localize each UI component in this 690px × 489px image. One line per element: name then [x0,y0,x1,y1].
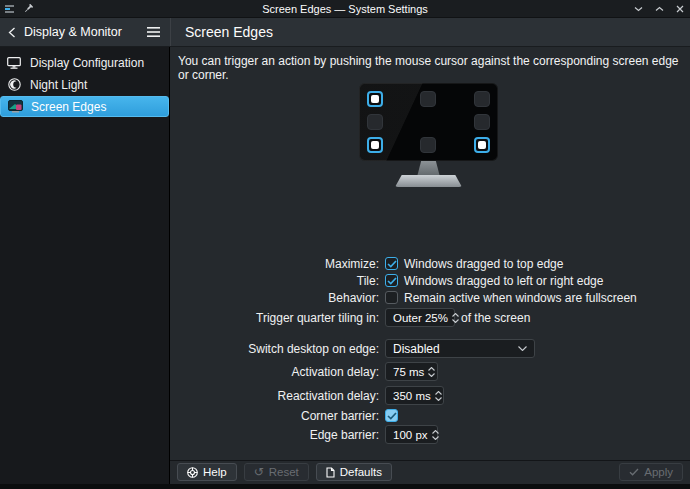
monitor-screen [359,83,498,161]
switch-desktop-label: Switch desktop on edge: [170,342,385,356]
app-menu-icon[interactable] [5,2,15,16]
hamburger-menu-icon[interactable] [147,27,160,37]
monitor-graphic [359,83,498,189]
quarter-tiling-row: Trigger quarter tiling in: Outer 25% of … [170,308,690,327]
minimize-icon[interactable] [634,6,643,12]
screen-edge-top-center[interactable] [420,91,436,107]
behavior-label: Behavior: [170,291,385,305]
tile-checkbox-label[interactable]: Windows dragged to left or right edge [404,274,603,288]
help-icon [187,467,198,478]
reset-button[interactable]: ↺ Reset [244,463,309,481]
defaults-icon [326,467,335,478]
reactivation-delay-row: Reactivation delay: 350 ms [170,386,690,405]
sidebar-item-label: Display Configuration [30,56,144,70]
reset-icon: ↺ [254,466,264,478]
spin-up-icon[interactable] [432,430,439,434]
behavior-checkbox[interactable] [385,291,398,304]
screen-edge-bottom-left[interactable] [367,137,383,153]
window-title: Screen Edges — System Settings [0,3,690,15]
description-text: You can trigger an action by pushing the… [178,54,690,82]
night-light-icon [6,77,22,93]
screen-edge-middle-right[interactable] [474,114,490,130]
sidebar-item-display-configuration[interactable]: Display Configuration [0,52,169,73]
reset-button-label: Reset [269,466,299,478]
edge-barrier-value: 100 px [386,429,432,441]
help-button[interactable]: Help [177,463,237,481]
behavior-row: Behavior: Remain active when windows are… [170,288,690,307]
defaults-button-label: Defaults [340,466,382,478]
tile-label: Tile: [170,274,385,288]
reactivation-delay-spinbox[interactable]: 350 ms [385,386,444,405]
pin-icon[interactable] [24,2,33,16]
sidebar-item-night-light[interactable]: Night Light [0,74,169,95]
switch-desktop-value: Disabled [386,342,440,356]
sidebar-item-screen-edges[interactable]: Screen Edges [0,96,169,117]
screen-edge-bottom-center[interactable] [420,137,436,153]
apply-button-label: Apply [644,466,673,478]
chevron-down-icon [518,346,534,351]
maximize-checkbox-label[interactable]: Windows dragged to top edge [404,257,563,271]
monitor-stand-base [395,175,462,187]
corner-barrier-row: Corner barrier: [170,406,690,425]
reactivation-delay-value: 350 ms [386,390,435,402]
screen-edge-bottom-right[interactable] [474,137,490,153]
footer-bar: Help ↺ Reset Defaults Apply [170,460,690,483]
maximize-checkbox[interactable] [385,257,398,270]
screen-edge-top-right[interactable] [474,91,490,107]
quarter-tiling-label: Trigger quarter tiling in: [170,311,385,325]
activation-delay-spinbox[interactable]: 75 ms [385,362,438,381]
switch-desktop-row: Switch desktop on edge: Disabled [170,339,690,358]
monitor-icon [6,55,22,71]
spin-down-icon[interactable] [432,436,439,440]
screen-edge-middle-left[interactable] [367,114,383,130]
header: Display & Monitor Screen Edges [0,18,690,47]
sidebar-item-label: Night Light [30,78,87,92]
monitor-stand-neck [417,161,440,177]
breadcrumb[interactable]: Display & Monitor [24,25,122,39]
spin-down-icon[interactable] [452,319,459,323]
switch-desktop-dropdown[interactable]: Disabled [385,339,535,358]
corner-barrier-checkbox[interactable] [385,409,398,422]
screen-edges-icon [7,99,23,115]
back-button[interactable] [8,27,16,38]
maximize-icon[interactable] [655,6,664,12]
titlebar: Screen Edges — System Settings [0,0,690,18]
quarter-tiling-spinbox[interactable]: Outer 25% [385,308,455,327]
edge-barrier-spinbox[interactable]: 100 px [385,425,438,444]
edge-barrier-label: Edge barrier: [170,428,385,442]
activation-delay-row: Activation delay: 75 ms [170,362,690,381]
close-icon[interactable] [676,5,684,13]
edge-barrier-row: Edge barrier: 100 px [170,425,690,444]
apply-button[interactable]: Apply [619,463,683,481]
defaults-button[interactable]: Defaults [316,463,392,481]
activation-delay-label: Activation delay: [170,365,385,379]
screen-edge-top-left[interactable] [367,91,383,107]
help-button-label: Help [203,466,227,478]
spin-up-icon[interactable] [435,391,442,395]
page-title: Screen Edges [171,18,273,46]
corner-barrier-label: Corner barrier: [170,409,385,423]
activation-delay-value: 75 ms [386,366,428,378]
apply-check-icon [629,468,639,476]
system-settings-window: Screen Edges — System Settings Display &… [0,0,690,489]
content-area: You can trigger an action by pushing the… [170,47,690,489]
maximize-label: Maximize: [170,257,385,271]
spin-down-icon[interactable] [435,397,442,401]
behavior-checkbox-label[interactable]: Remain active when windows are fullscree… [404,291,637,305]
tile-checkbox[interactable] [385,274,398,287]
quarter-tiling-value: Outer 25% [386,312,452,324]
spin-down-icon[interactable] [428,373,435,377]
quarter-tiling-suffix: of the screen [461,311,530,325]
sidebar: Display Configuration Night Light Screen… [0,47,169,489]
spin-up-icon[interactable] [452,313,459,317]
spin-up-icon[interactable] [428,367,435,371]
reactivation-delay-label: Reactivation delay: [170,389,385,403]
window-bottom-edge [0,484,690,489]
sidebar-item-label: Screen Edges [31,100,106,114]
